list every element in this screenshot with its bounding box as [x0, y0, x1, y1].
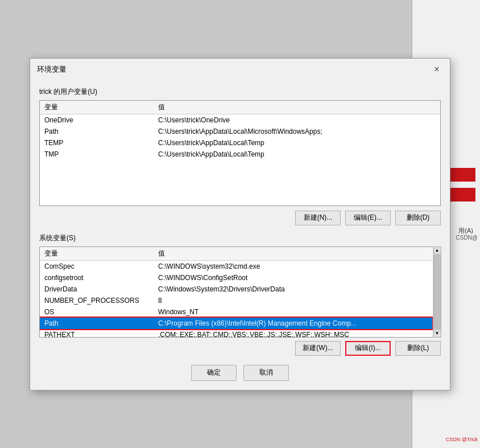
system-table-row[interactable]: ComSpecC:\WINDOWS\system32\cmd.exe	[40, 260, 432, 272]
dialog-titlebar: 环境变量 ×	[30, 59, 450, 80]
user-table-row[interactable]: TEMPC:\Users\trick\AppData\Local\Temp	[40, 137, 440, 149]
system-table-row[interactable]: NUMBER_OF_PROCESSORS8	[40, 295, 432, 306]
system-val-cell: 8	[154, 295, 432, 306]
system-variables-table-container: 变量 值 ComSpecC:\WINDOWS\system32\cmd.exec…	[39, 246, 441, 338]
user-val-cell: C:\Users\trick\AppData\Local\Microsoft\W…	[154, 126, 440, 137]
user-val-cell: C:\Users\trick\AppData\Local\Temp	[154, 137, 440, 149]
user-table-header-row: 变量 值	[40, 101, 440, 114]
system-val-cell: C:\WINDOWS\system32\cmd.exe	[154, 260, 432, 272]
bg-label-csdn: CSDN@	[456, 235, 478, 241]
system-var-cell: configsetroot	[40, 272, 154, 283]
footer-buttons-row: 确定 取消	[39, 365, 441, 381]
system-table-row[interactable]: DriverDataC:\Windows\System32\Drivers\Dr…	[40, 283, 432, 295]
system-var-cell: NUMBER_OF_PROCESSORS	[40, 295, 154, 306]
ok-button[interactable]: 确定	[191, 365, 237, 381]
user-buttons-row: 新建(N)... 编辑(E)... 删除(D)	[39, 211, 441, 225]
system-table-scrollbar-container: 变量 值 ComSpecC:\WINDOWS\system32\cmd.exec…	[39, 246, 441, 338]
system-var-cell: DriverData	[40, 283, 154, 295]
user-variables-table-container: 变量 值 OneDriveC:\Users\trick\OneDrivePath…	[39, 100, 441, 206]
user-val-cell: C:\Users\trick\OneDrive	[154, 114, 440, 126]
user-variables-table: 变量 值 OneDriveC:\Users\trick\OneDrivePath…	[40, 101, 440, 160]
system-val-cell: .COM;.EXE;.BAT;.CMD;.VBS;.VBE;.JS;.JSE;.…	[154, 329, 432, 338]
user-table-row[interactable]: OneDriveC:\Users\trick\OneDrive	[40, 114, 440, 126]
user-edit-button[interactable]: 编辑(E)...	[345, 211, 391, 225]
bg-label-yong: 用(A)	[458, 227, 473, 235]
user-var-cell: OneDrive	[40, 114, 154, 126]
system-var-cell: ComSpec	[40, 260, 154, 272]
close-button[interactable]: ×	[431, 63, 443, 76]
system-edit-button[interactable]: 编辑(I)...	[345, 341, 391, 356]
system-table-row[interactable]: PathC:\Program Files (x86)\Intel\Intel(R…	[40, 318, 432, 329]
system-table-scrollbar[interactable]: ▲ ▼	[433, 246, 441, 338]
user-var-cell: TEMP	[40, 137, 154, 149]
dialog-body: trick 的用户变量(U) 变量 值 OneDriveC:\Users\tri…	[30, 80, 450, 390]
system-var-cell: OS	[40, 306, 154, 318]
system-col-val: 值	[154, 247, 432, 261]
backdrop: 用(A) CSDN@ CSDN @Trick 环境变量 × trick 的用户变…	[0, 0, 480, 448]
cancel-button[interactable]: 取消	[243, 365, 289, 381]
system-table-row[interactable]: configsetrootC:\WINDOWS\ConfigSetRoot	[40, 272, 432, 283]
watermark: CSDN @Trick	[446, 437, 478, 442]
dialog-title: 环境变量	[37, 64, 67, 75]
system-variables-table: 变量 值 ComSpecC:\WINDOWS\system32\cmd.exec…	[40, 247, 432, 338]
system-table-row[interactable]: OSWindows_NT	[40, 306, 432, 318]
user-section-label: trick 的用户变量(U)	[39, 87, 441, 97]
user-delete-button[interactable]: 删除(D)	[395, 211, 441, 225]
system-val-cell: C:\WINDOWS\ConfigSetRoot	[154, 272, 432, 283]
user-table-row[interactable]: TMPC:\Users\trick\AppData\Local\Temp	[40, 149, 440, 160]
system-section-label: 系统变量(S)	[39, 233, 441, 243]
user-new-button[interactable]: 新建(N)...	[295, 211, 341, 225]
scrollbar-up-arrow[interactable]: ▲	[433, 246, 441, 254]
system-table-row[interactable]: PATHEXT.COM;.EXE;.BAT;.CMD;.VBS;.VBE;.JS…	[40, 329, 432, 338]
system-buttons-row: 新建(W)... 编辑(I)... 删除(L)	[39, 341, 441, 356]
user-val-cell: C:\Users\trick\AppData\Local\Temp	[154, 149, 440, 160]
system-val-cell: C:\Windows\System32\Drivers\DriverData	[154, 283, 432, 295]
scrollbar-thumb[interactable]	[433, 255, 441, 329]
environment-variables-dialog: 环境变量 × trick 的用户变量(U) 变量 值 OneDriveC:\Us…	[30, 58, 450, 391]
system-val-cell: C:\Program Files (x86)\Intel\Intel(R) Ma…	[154, 318, 432, 329]
scrollbar-down-arrow[interactable]: ▼	[433, 330, 441, 338]
system-val-cell: Windows_NT	[154, 306, 432, 318]
user-col-var: 变量	[40, 101, 154, 114]
system-new-button[interactable]: 新建(W)...	[295, 341, 341, 356]
system-delete-button[interactable]: 删除(L)	[395, 341, 441, 356]
system-col-var: 变量	[40, 247, 154, 261]
user-table-empty-space	[40, 160, 440, 205]
system-table-header-row: 变量 值	[40, 247, 432, 261]
system-var-cell: PATHEXT	[40, 329, 154, 338]
user-var-cell: TMP	[40, 149, 154, 160]
user-table-row[interactable]: PathC:\Users\trick\AppData\Local\Microso…	[40, 126, 440, 137]
user-var-cell: Path	[40, 126, 154, 137]
user-col-val: 值	[154, 101, 440, 114]
system-var-cell: Path	[40, 318, 154, 329]
